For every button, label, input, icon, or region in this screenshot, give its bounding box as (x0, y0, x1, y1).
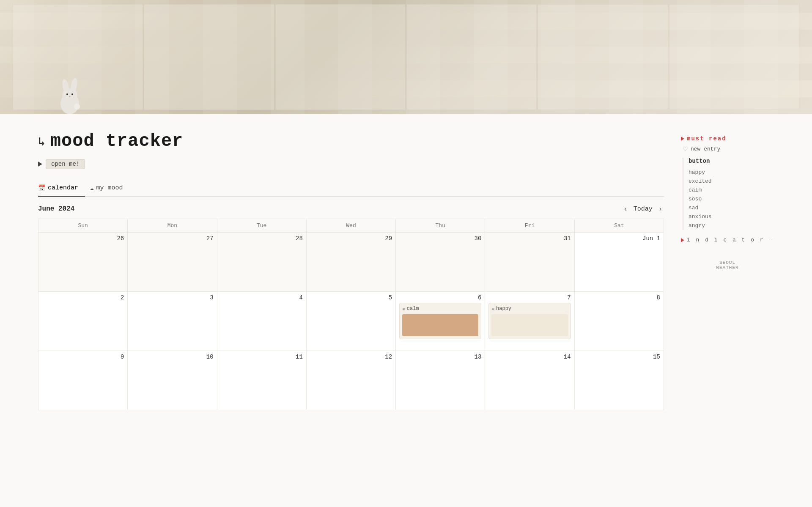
calendar-today-button[interactable]: Today (634, 206, 653, 213)
must-read-toggle[interactable]: must read (681, 135, 774, 142)
calendar-day-27[interactable]: 27 (128, 233, 217, 292)
banner-image (0, 0, 812, 114)
mood-item-calm[interactable]: calm (689, 186, 774, 195)
mood-entry-happy[interactable]: ❋ happy (488, 303, 571, 339)
open-me-triangle-icon (38, 162, 42, 167)
svg-point-5 (71, 93, 73, 95)
calendar-week-1: 26 27 28 29 30 (38, 233, 664, 292)
calendar-day-28[interactable]: 28 (217, 233, 306, 292)
day-header-fri: Fri (485, 219, 574, 233)
svg-point-6 (69, 96, 71, 97)
mood-item-anxious[interactable]: anxious (689, 212, 774, 221)
calendar-day-10[interactable]: 10 (128, 351, 217, 410)
day-header-sun: Sun (38, 219, 128, 233)
day-number: 9 (42, 354, 124, 360)
calendar-day-6[interactable]: 6 ❋ calm (396, 292, 485, 351)
mood-entry-calm[interactable]: ❋ calm (399, 303, 481, 339)
mood-item-angry[interactable]: angry (689, 221, 774, 230)
mood-list-header: button (689, 158, 774, 164)
snowflake-icon: ❋ (491, 306, 494, 312)
day-number: 10 (131, 354, 213, 360)
mood-color-block-calm (402, 314, 478, 336)
banner-panel (406, 4, 537, 110)
mood-list-container: button happy excited calm soso sad anxio… (683, 158, 774, 230)
calendar-navigation: ‹ Today › (622, 204, 664, 214)
calendar-prev-button[interactable]: ‹ (622, 204, 629, 214)
calendar-day-30[interactable]: 30 (396, 233, 485, 292)
indicator-toggle[interactable]: i n d i c a t o r — (681, 237, 774, 243)
day-number: 15 (578, 354, 660, 360)
seoul-weather: SEOUL WEATHER (681, 260, 774, 270)
day-number: 27 (131, 235, 213, 242)
mood-label-calm: ❋ calm (402, 306, 478, 312)
open-me-row: open me! (38, 159, 664, 169)
tab-calendar[interactable]: 📅 calendar (38, 181, 85, 197)
rabbit-character (55, 76, 85, 114)
day-number: 31 (488, 235, 571, 242)
heart-icon: ♡ (683, 145, 688, 153)
page-content: ↳ mood tracker open me! 📅 calendar ☁️ my… (0, 114, 812, 410)
calendar-day-31[interactable]: 31 (485, 233, 574, 292)
banner-panel (275, 4, 406, 110)
mood-name-calm: calm (407, 306, 419, 312)
calendar-day-7[interactable]: 7 ❋ happy (485, 292, 574, 351)
tabs-row: 📅 calendar ☁️ my mood (38, 181, 664, 197)
new-entry-label[interactable]: new entry (691, 146, 720, 152)
tab-my-mood[interactable]: ☁️ my mood (90, 181, 129, 197)
mood-item-sad[interactable]: sad (689, 203, 774, 212)
day-number: 2 (42, 294, 124, 301)
indicator-triangle-icon (681, 238, 684, 242)
must-read-triangle-icon (681, 137, 684, 141)
cloud-icon: ☁️ (90, 184, 93, 192)
calendar-day-4[interactable]: 4 (217, 292, 306, 351)
banner-panel (144, 4, 274, 110)
calendar-day-29[interactable]: 29 (306, 233, 395, 292)
calendar-day-8[interactable]: 8 (574, 292, 664, 351)
calendar-day-15[interactable]: 15 (574, 351, 664, 410)
day-number: 8 (578, 294, 660, 301)
title-row: ↳ mood tracker (38, 131, 664, 151)
day-number: Jun 1 (578, 235, 660, 242)
mood-item-soso[interactable]: soso (689, 195, 774, 203)
calendar-container: June 2024 ‹ Today › Sun Mon Tue Wed Thu … (38, 197, 664, 410)
banner-panel (538, 4, 668, 110)
open-me-button[interactable]: open me! (46, 159, 85, 169)
mood-label-happy: ❋ happy (491, 306, 568, 312)
day-number: 4 (221, 294, 303, 301)
calendar-grid: Sun Mon Tue Wed Thu Fri Sat 26 (38, 219, 664, 410)
day-header-tue: Tue (217, 219, 306, 233)
mood-item-excited[interactable]: excited (689, 177, 774, 186)
calendar-day-13[interactable]: 13 (396, 351, 485, 410)
calendar-day-jun1[interactable]: Jun 1 (574, 233, 664, 292)
calendar-day-14[interactable]: 14 (485, 351, 574, 410)
day-number: 28 (221, 235, 303, 242)
sidebar-must-read-section: must read ♡ new entry button happy excit… (681, 135, 774, 230)
day-number: 12 (310, 354, 392, 360)
day-number: 26 (42, 235, 124, 242)
calendar-next-button[interactable]: › (657, 204, 664, 214)
main-area: ↳ mood tracker open me! 📅 calendar ☁️ my… (38, 114, 664, 410)
svg-point-4 (66, 93, 68, 95)
must-read-label: must read (687, 135, 727, 142)
day-number: 30 (399, 235, 481, 242)
calendar-day-5[interactable]: 5 (306, 292, 395, 351)
weather-label: WEATHER (681, 265, 774, 270)
calendar-day-11[interactable]: 11 (217, 351, 306, 410)
calendar-day-2[interactable]: 2 (38, 292, 128, 351)
page-title: mood tracker (50, 131, 183, 151)
calendar-month-year: June 2024 (38, 205, 74, 213)
day-number: 11 (221, 354, 303, 360)
calendar-day-26[interactable]: 26 (38, 233, 128, 292)
calendar-day-12[interactable]: 12 (306, 351, 395, 410)
calendar-day-9[interactable]: 9 (38, 351, 128, 410)
day-header-wed: Wed (306, 219, 395, 233)
day-number: 14 (488, 354, 571, 360)
mood-item-happy[interactable]: happy (689, 168, 774, 177)
title-arrow-icon: ↳ (38, 134, 45, 148)
mood-name-happy: happy (496, 306, 511, 312)
calendar-day-3[interactable]: 3 (128, 292, 217, 351)
snowflake-icon: ❋ (402, 306, 405, 312)
day-header-mon: Mon (128, 219, 217, 233)
calendar-icon: 📅 (38, 184, 45, 192)
seoul-label: SEOUL (681, 260, 774, 265)
